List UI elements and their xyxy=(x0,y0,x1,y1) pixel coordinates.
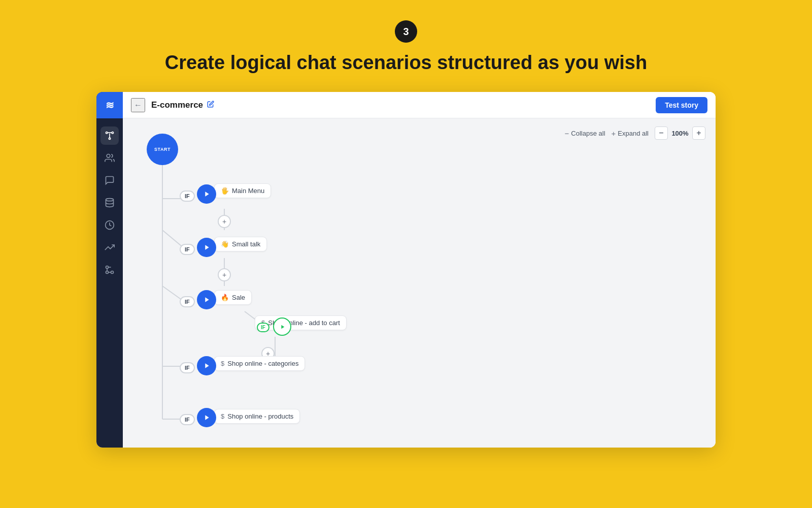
svg-point-9 xyxy=(106,266,109,269)
plus-icon: + xyxy=(612,129,616,138)
sidebar-item-integrations[interactable] xyxy=(100,261,119,279)
sidebar-logo: ≋ xyxy=(96,92,123,118)
page-title: E-commerce xyxy=(151,100,650,110)
zoom-in-button[interactable]: + xyxy=(692,126,705,140)
headline: Create logical chat scenarios structured… xyxy=(165,52,647,74)
zoom-value: 100% xyxy=(671,130,689,137)
svg-point-0 xyxy=(106,132,108,134)
add-btn-1[interactable]: + xyxy=(218,215,231,228)
svg-marker-31 xyxy=(205,297,209,302)
start-node: START xyxy=(147,134,178,165)
minus-icon: − xyxy=(565,129,569,138)
svg-point-5 xyxy=(107,154,110,158)
scenario-label-main-menu[interactable]: 🖐 Main Menu xyxy=(214,183,271,198)
sidebar-item-trends[interactable] xyxy=(100,238,119,257)
scenario-label-small-talk[interactable]: 👋 Small talk xyxy=(214,237,267,251)
topbar: ← E-commerce Test story xyxy=(123,92,716,118)
svg-marker-32 xyxy=(281,325,284,329)
svg-point-8 xyxy=(111,271,114,274)
test-story-button[interactable]: Test story xyxy=(656,97,707,113)
svg-marker-30 xyxy=(205,245,209,249)
canvas-area: − Collapse all + Expand all − 100% + xyxy=(123,118,716,448)
arrow-circle-5[interactable] xyxy=(193,356,216,375)
svg-marker-29 xyxy=(205,192,209,196)
sidebar: ≋ xyxy=(96,92,123,448)
flow-connectors xyxy=(133,129,488,448)
sidebar-item-chat[interactable] xyxy=(100,171,119,189)
if-badge-sub[interactable]: IF xyxy=(257,323,269,332)
svg-point-1 xyxy=(112,132,113,134)
add-btn-2[interactable]: + xyxy=(218,268,231,281)
collapse-all-button[interactable]: − Collapse all xyxy=(565,129,605,138)
svg-marker-34 xyxy=(205,415,209,420)
svg-point-10 xyxy=(106,271,109,274)
svg-marker-33 xyxy=(205,363,209,368)
main-menu-icon: 🖐 xyxy=(221,187,229,195)
sidebar-nav xyxy=(96,118,123,279)
categories-icon: $ xyxy=(221,360,224,367)
arrow-circle-3[interactable] xyxy=(193,290,216,309)
scenario-label-sale[interactable]: 🔥 Sale xyxy=(214,290,252,305)
back-button[interactable]: ← xyxy=(131,98,145,112)
sidebar-item-flows[interactable] xyxy=(100,126,119,145)
small-talk-icon: 👋 xyxy=(221,240,229,248)
svg-point-6 xyxy=(106,199,114,201)
zoom-control: − 100% + xyxy=(655,126,705,140)
app-window: ≋ xyxy=(96,92,716,448)
step-number: 3 xyxy=(403,26,409,38)
arrow-circle-sub[interactable] xyxy=(269,318,291,336)
sidebar-item-database[interactable] xyxy=(100,194,119,212)
edit-title-icon[interactable] xyxy=(207,101,214,109)
flow-diagram: START 🖐 Main Menu IF xyxy=(133,129,488,448)
arrow-circle-6[interactable] xyxy=(193,408,216,427)
zoom-out-button[interactable]: − xyxy=(655,126,668,140)
step-badge: 3 xyxy=(395,20,417,43)
sale-icon: 🔥 xyxy=(221,294,229,301)
scenario-label-categories[interactable]: $ Shop online - categories xyxy=(214,356,305,371)
svg-point-2 xyxy=(109,138,110,139)
canvas-toolbar: − Collapse all + Expand all − 100% + xyxy=(565,126,705,140)
products-icon: $ xyxy=(221,412,224,420)
main-area: ← E-commerce Test story − xyxy=(123,92,716,448)
arrow-circle-1[interactable] xyxy=(193,184,216,204)
scenario-label-products[interactable]: $ Shop online - products xyxy=(214,409,300,424)
expand-all-button[interactable]: + Expand all xyxy=(612,129,649,138)
arrow-circle-2[interactable] xyxy=(193,238,216,257)
sidebar-item-users[interactable] xyxy=(100,149,119,167)
sidebar-item-analytics[interactable] xyxy=(100,216,119,234)
